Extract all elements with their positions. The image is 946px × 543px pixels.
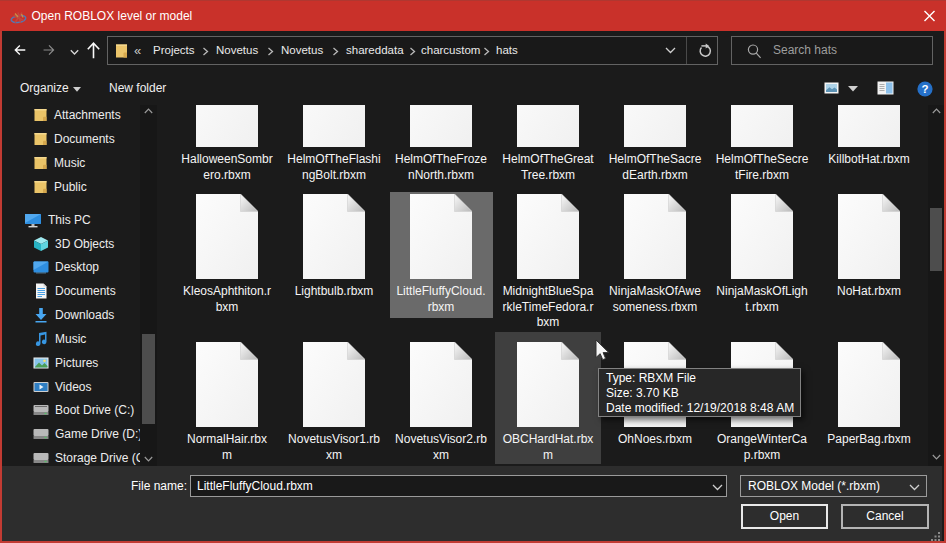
svg-text:?: ? (921, 83, 928, 95)
